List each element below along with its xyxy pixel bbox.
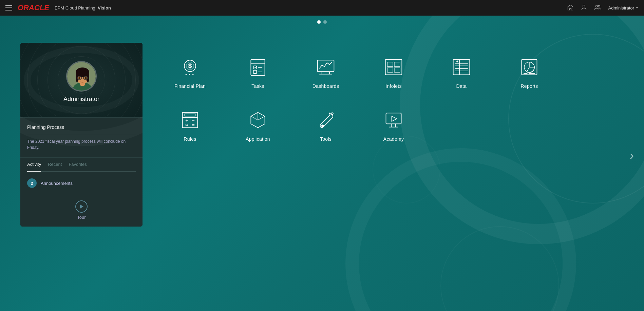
- tile-rules[interactable]: Rules: [156, 102, 224, 149]
- svg-point-5: [598, 5, 600, 7]
- svg-rect-40: [394, 68, 400, 72]
- tabs-row: Activity Recent Favorites: [27, 158, 136, 172]
- data-icon: [451, 56, 472, 78]
- avatar: [66, 61, 97, 92]
- svg-rect-0: [5, 5, 12, 6]
- topbar: ORACLE EPM Cloud Planning: Vision Admini…: [0, 0, 644, 16]
- svg-rect-1: [5, 7, 12, 8]
- svg-point-4: [595, 5, 598, 7]
- tile-tools[interactable]: • • • Tools: [292, 102, 360, 149]
- tile-data[interactable]: Data: [428, 50, 495, 96]
- home-icon[interactable]: [567, 4, 574, 12]
- rules-icon: [179, 109, 201, 131]
- tile-reports[interactable]: Reports: [495, 50, 563, 96]
- tile-application[interactable]: • • • Application: [224, 102, 292, 149]
- academy-icon: [383, 109, 404, 131]
- main-content: Administrator Planning Process The 2021 …: [0, 16, 644, 311]
- dot-1[interactable]: [317, 20, 321, 24]
- hamburger-menu[interactable]: [5, 5, 12, 11]
- svg-rect-2: [5, 10, 12, 11]
- announcement-label: Announcements: [41, 181, 73, 186]
- announcements-section: 2 Announcements: [20, 172, 143, 195]
- announcement-count: 2: [27, 178, 37, 188]
- left-panel: Administrator Planning Process The 2021 …: [20, 43, 143, 227]
- profile-name: Administrator: [63, 96, 99, 103]
- svg-rect-30: [253, 70, 257, 73]
- icon-row-2: Rules • • • Application: [156, 102, 624, 149]
- svg-line-66: [258, 116, 265, 120]
- svg-rect-41: [453, 60, 470, 75]
- tools-label: Tools: [320, 136, 332, 142]
- data-label: Data: [456, 83, 467, 89]
- svg-rect-37: [387, 62, 393, 66]
- svg-point-19: [78, 77, 80, 79]
- svg-text:$: $: [188, 63, 192, 69]
- infolets-icon: [383, 56, 404, 78]
- tab-activity[interactable]: Activity: [27, 158, 41, 172]
- svg-rect-38: [394, 62, 400, 66]
- app-title: EPM Cloud Planning: Vision: [55, 5, 562, 11]
- oracle-logo: ORACLE: [18, 3, 49, 12]
- next-arrow[interactable]: ›: [630, 149, 634, 163]
- reports-label: Reports: [520, 83, 538, 89]
- profile-section: Administrator: [20, 43, 143, 117]
- svg-line-65: [251, 116, 258, 120]
- tools-icon: • • •: [315, 109, 337, 131]
- svg-rect-12: [76, 72, 78, 82]
- svg-point-47: [457, 61, 458, 62]
- financial-plan-icon: $ • • •: [179, 56, 201, 78]
- icon-row-1: $ • • • Financial Plan: [156, 50, 624, 96]
- svg-marker-71: [392, 116, 397, 121]
- tile-infolets[interactable]: Infolets: [360, 50, 428, 96]
- dashboards-icon: [315, 56, 337, 78]
- svg-text:• • •: • • •: [186, 73, 194, 76]
- tabs-section: Activity Recent Favorites: [20, 157, 143, 172]
- application-icon: • • •: [247, 109, 269, 131]
- tour-section: Tour: [20, 195, 143, 227]
- dot-2[interactable]: [323, 20, 327, 24]
- tour-label: Tour: [77, 215, 86, 220]
- user-menu[interactable]: Administrator: [608, 5, 639, 11]
- slide-indicators: [317, 20, 327, 24]
- financial-plan-label: Financial Plan: [174, 83, 206, 89]
- svg-rect-13: [87, 72, 89, 82]
- infolets-label: Infolets: [385, 83, 402, 89]
- academy-label: Academy: [383, 136, 404, 142]
- rules-label: Rules: [184, 136, 196, 142]
- group-icon[interactable]: [594, 4, 602, 12]
- svg-rect-62: [184, 114, 196, 116]
- tasks-label: Tasks: [251, 83, 264, 89]
- tab-favorites[interactable]: Favorites: [69, 158, 87, 172]
- tour-button[interactable]: [75, 200, 88, 213]
- tab-recent[interactable]: Recent: [48, 158, 62, 172]
- tasks-icon: [247, 56, 269, 78]
- application-label: Application: [246, 136, 270, 142]
- tile-academy[interactable]: Academy: [360, 102, 428, 149]
- svg-rect-32: [318, 60, 334, 72]
- svg-point-3: [583, 5, 585, 7]
- svg-marker-21: [80, 205, 83, 209]
- svg-rect-36: [385, 60, 402, 75]
- topbar-actions: Administrator: [567, 4, 639, 12]
- reports-icon: [518, 56, 540, 78]
- person-icon[interactable]: [581, 4, 587, 12]
- tile-tasks[interactable]: Tasks: [224, 50, 292, 96]
- announcements-row[interactable]: 2 Announcements: [27, 177, 136, 189]
- svg-rect-70: [386, 113, 401, 124]
- svg-point-20: [84, 77, 87, 79]
- dashboards-label: Dashboards: [312, 83, 339, 89]
- svg-rect-39: [387, 68, 393, 72]
- tile-financial-plan[interactable]: $ • • • Financial Plan: [156, 50, 224, 96]
- tile-dashboards[interactable]: Dashboards: [292, 50, 360, 96]
- icon-grid: $ • • • Financial Plan: [156, 43, 624, 149]
- svg-point-68: [322, 125, 324, 127]
